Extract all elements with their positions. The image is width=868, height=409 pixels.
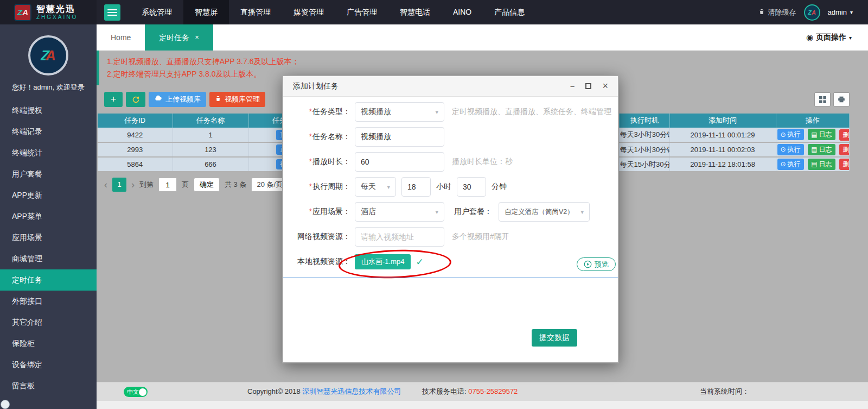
copyright: Copyright© 2018 深圳智慧光迅信息技术有限公司 xyxy=(247,382,401,401)
company-link[interactable]: 深圳智慧光迅信息技术有限公司 xyxy=(302,387,401,395)
sidebar-item-safe[interactable]: 保险柜 xyxy=(0,333,97,354)
cycle-minute-input[interactable] xyxy=(457,177,486,197)
current-page-button[interactable]: 1 xyxy=(112,178,126,192)
sidebar-item-terminal-stats[interactable]: 终端统计 xyxy=(0,142,97,163)
task-name-input[interactable] xyxy=(355,127,444,147)
topnav-item-ads[interactable]: 广告管理 xyxy=(335,0,388,24)
topnav-item-smartscreen[interactable]: 智慧屏 xyxy=(183,0,229,24)
user-menu[interactable]: admin ▾ xyxy=(828,8,853,16)
column-settings-button[interactable] xyxy=(814,92,831,106)
delete-button[interactable]: 删 xyxy=(839,129,849,141)
tab-bar: Home 定时任务 × ◉ 页面操作 ▾ xyxy=(97,24,868,51)
goto-confirm-button[interactable]: 确定 xyxy=(194,178,220,192)
submit-button[interactable]: 提交数据 xyxy=(532,329,577,347)
clear-cache-label: 清除缓存 xyxy=(768,8,796,17)
refresh-button[interactable] xyxy=(126,92,145,107)
cell-task-name: 666 xyxy=(173,157,248,172)
maximize-icon[interactable] xyxy=(585,83,591,89)
preview-button[interactable]: 预览 xyxy=(577,257,616,271)
duration-hint: 播放时长单位：秒 xyxy=(452,157,513,167)
clear-cache-button[interactable]: 清除缓存 xyxy=(758,8,796,17)
log-button[interactable]: ▤日志 xyxy=(808,159,835,170)
sidebar-item-scheduled-tasks[interactable]: 定时任务 xyxy=(0,269,97,291)
cell-timing: 每天3小时30分钟... xyxy=(620,128,669,142)
tab-home[interactable]: Home xyxy=(97,24,145,51)
close-tab-icon[interactable]: × xyxy=(195,24,199,51)
logo-monogram-z: Z xyxy=(17,8,22,17)
topnav-item-product[interactable]: 产品信息 xyxy=(483,0,536,24)
next-page-icon[interactable]: › xyxy=(131,178,135,191)
language-toggle[interactable]: 中文 xyxy=(124,387,148,397)
col-task-name: 任务名称 xyxy=(173,114,248,128)
execute-button[interactable]: ⊙执行 xyxy=(777,144,804,155)
sidebar-item-mall[interactable]: 商城管理 xyxy=(0,248,97,269)
cycle-frequency-select[interactable]: 每天 ▾ xyxy=(355,177,396,197)
sidebar-item-app-update[interactable]: APP更新 xyxy=(0,185,97,206)
user-avatar[interactable]: ZA xyxy=(804,4,820,21)
topnav-item-media[interactable]: 媒资管理 xyxy=(282,0,335,24)
page-operations-dropdown[interactable]: ◉ 页面操作 ▾ xyxy=(806,33,852,42)
add-task-dialog: 添加计划任务 − × *任务类型： 视频播放 ▾ 定时视频播放、直播播放、系统任… xyxy=(282,75,619,363)
play-circle-icon: ⊙ xyxy=(781,131,786,139)
col-timing: 执行时机 xyxy=(620,114,669,128)
duration-input[interactable] xyxy=(355,152,444,172)
footer-bar: 中文 Copyright© 2018 深圳智慧光迅信息技术有限公司 技术服务电话… xyxy=(97,382,868,401)
sidebar-item-terminal-records[interactable]: 终端记录 xyxy=(0,121,97,142)
floating-widget[interactable] xyxy=(1,400,10,409)
topnav-item-live[interactable]: 直播管理 xyxy=(229,0,282,24)
trash-icon xyxy=(758,8,765,17)
selected-file-tag[interactable]: 山水画-1.mp4 xyxy=(355,254,411,269)
cell-task-id: 2993 xyxy=(98,142,173,157)
add-task-button[interactable]: + xyxy=(104,92,123,107)
target-icon: ◉ xyxy=(806,33,813,42)
upload-video-library-button[interactable]: 上传视频库 xyxy=(149,92,206,107)
required-mark: * xyxy=(309,157,312,166)
sidebar-item-terminal-auth[interactable]: 终端授权 xyxy=(0,100,97,121)
field-label: 本地视频资源： xyxy=(297,257,350,266)
delete-button[interactable]: 删 xyxy=(839,144,849,155)
app-screen: ZA 智慧光迅 ZHGXAINO 系统管理 智慧屏 直播管理 媒资管理 广告管理… xyxy=(0,0,868,409)
goto-page-input[interactable] xyxy=(158,178,177,192)
sidebar-item-other-intro[interactable]: 其它介绍 xyxy=(0,312,97,333)
net-video-input[interactable] xyxy=(355,227,444,247)
username: admin xyxy=(828,8,847,16)
footer: 中文 Copyright© 2018 深圳智慧光迅信息技术有限公司 技术服务电话… xyxy=(97,382,868,409)
topnav-item-aino[interactable]: AINO xyxy=(442,0,483,24)
cell-task-name: 123 xyxy=(173,142,248,157)
sidebar-item-device-binding[interactable]: 设备绑定 xyxy=(0,354,97,375)
trash-icon xyxy=(215,95,221,104)
package-select[interactable]: 自定义酒店（简尚V2） ▾ xyxy=(499,202,590,222)
col-task-id: 任务ID xyxy=(98,114,173,128)
prev-page-icon[interactable]: ‹ xyxy=(104,178,107,191)
topnav-item-system[interactable]: 系统管理 xyxy=(130,0,183,24)
required-mark: * xyxy=(309,182,312,191)
field-label: 网络视频资源： xyxy=(297,232,350,241)
greeting-text: 您好！admin, 欢迎登录 xyxy=(0,83,97,92)
sidebar-item-scenes[interactable]: 应用场景 xyxy=(0,227,97,248)
video-library-manage-button[interactable]: 视频库管理 xyxy=(209,92,265,107)
tab-scheduled-tasks[interactable]: 定时任务 × xyxy=(145,24,213,51)
topbar: ZA 智慧光迅 ZHGXAINO 系统管理 智慧屏 直播管理 媒资管理 广告管理… xyxy=(0,0,868,24)
cycle-hour-input[interactable] xyxy=(401,177,431,197)
sidebar-profile: ZA 您好！admin, 欢迎登录 xyxy=(0,24,97,92)
logo-monogram-a: A xyxy=(22,8,28,17)
sidebar-item-message-board[interactable]: 留言板 xyxy=(0,375,97,397)
sidebar-toggle-icon[interactable] xyxy=(104,4,120,21)
sidebar-item-external-api[interactable]: 外部接口 xyxy=(0,291,97,312)
minimize-icon[interactable]: − xyxy=(570,82,575,90)
close-icon[interactable]: × xyxy=(602,82,608,90)
delete-button[interactable]: 删 xyxy=(839,159,849,170)
topnav-item-phone[interactable]: 智慧电话 xyxy=(388,0,442,24)
log-button[interactable]: ▤日志 xyxy=(808,144,835,155)
sidebar-item-app-menu[interactable]: APP菜单 xyxy=(0,206,97,227)
sidebar-item-user-packages[interactable]: 用户套餐 xyxy=(0,163,97,185)
execute-button[interactable]: ⊙执行 xyxy=(777,159,804,170)
cell-task-name: 1 xyxy=(173,128,248,142)
log-button[interactable]: ▤日志 xyxy=(808,129,835,140)
task-type-select[interactable]: 视频播放 ▾ xyxy=(355,102,444,122)
execute-button[interactable]: ⊙执行 xyxy=(777,129,804,140)
print-button[interactable] xyxy=(833,92,850,106)
cell-timing: 每天15小时30分钟... xyxy=(620,157,669,172)
scene-select[interactable]: 酒店 ▾ xyxy=(355,202,444,222)
hour-unit-label: 小时 xyxy=(436,182,451,192)
